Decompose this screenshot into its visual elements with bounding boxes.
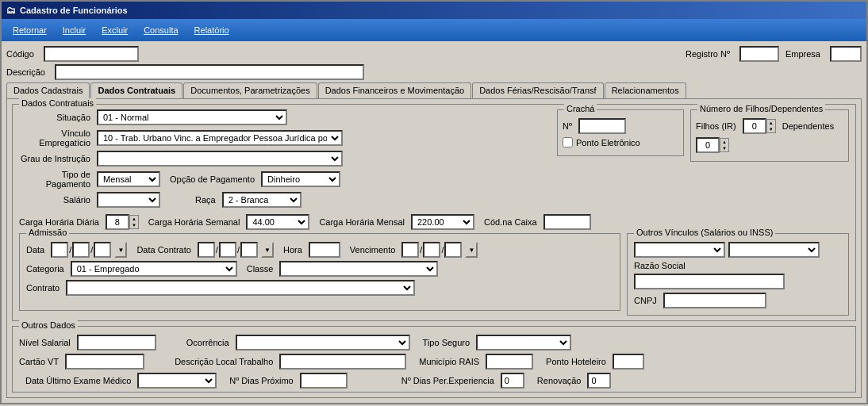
tab-documentos[interactable]: Documentos, Parametrizações [183, 82, 317, 98]
codigo-input[interactable] [44, 46, 139, 62]
ocorrencia-select[interactable] [236, 335, 410, 350]
tab-ferias[interactable]: Dados Férias/Rescisão/Transf [472, 82, 604, 98]
dias-experiencia-input[interactable] [501, 373, 524, 389]
descricao-label: Descrição [6, 67, 45, 77]
dependentes-spinner-btn[interactable]: ▲▼ [720, 138, 729, 152]
cartao-vt-input[interactable] [65, 354, 144, 370]
data-contrato-dia[interactable] [198, 242, 215, 258]
categoria-row: Categoria 01 - Empregado Classe [26, 261, 613, 277]
vinculo-label: Vínculo Empregatício [19, 128, 90, 147]
dependentes-label: Dependentes [782, 121, 834, 131]
carga-diaria-spinner: ▲▼ [106, 214, 139, 230]
nivel-salarial-input[interactable] [77, 335, 156, 350]
razao-social-input[interactable] [634, 274, 785, 289]
admissao-data-dropdown[interactable]: ▼ [114, 242, 127, 258]
filhos-ir-input[interactable] [743, 118, 766, 134]
grau-select[interactable] [97, 151, 343, 167]
desc-local-group: Descrição Local Trabalho [175, 354, 406, 370]
carga-mensal-select[interactable]: 220.00 [411, 214, 474, 230]
admissao-data-mes[interactable] [72, 242, 90, 258]
admissao-title: Admissão [26, 228, 69, 237]
cracha-no-input[interactable] [578, 118, 626, 134]
outros-dados-row1: Nível Salarial Ocorrência Tipo Seguro [19, 335, 849, 350]
admissao-vinculos-row: Admissão Data / / ▼ Data Contr [19, 233, 849, 316]
data-contrato-label: Data Contrato [136, 245, 190, 255]
contrato-select[interactable] [66, 280, 415, 296]
data-exame-select[interactable] [137, 373, 217, 389]
registro-input[interactable] [739, 46, 779, 62]
tab-dados-cadastrais[interactable]: Dados Cadastrais [6, 82, 90, 98]
carga-diaria-btn[interactable]: ▲▼ [129, 215, 139, 229]
dias-proximo-input[interactable] [300, 373, 348, 389]
filhos-ir-spinner-btn[interactable]: ▲▼ [766, 119, 776, 133]
hora-input[interactable] [309, 242, 340, 258]
desc-local-label: Descrição Local Trabalho [175, 357, 273, 366]
menu-consulta[interactable]: Consulta [137, 24, 184, 36]
cnpj-label: CNPJ [634, 296, 657, 305]
registro-label: Registro Nº [686, 49, 730, 59]
cracha-group: Crachá Nº Ponto Eletrônico [557, 109, 684, 156]
carga-diaria-label: Carga Horária Diária [19, 217, 99, 227]
filhos-row: Filhos (IR) ▲▼ Dependentes [696, 118, 843, 153]
razao-social-label: Razão Social [634, 261, 686, 270]
tipo-seguro-select[interactable] [476, 335, 571, 350]
descricao-input[interactable] [55, 64, 364, 80]
tab-relacionamentos[interactable]: Relacionamentos [605, 82, 686, 98]
opcao-pagamento-select[interactable]: DinheiroChequeDepósito [261, 171, 340, 187]
dados-contratuais-group: Dados Contratuais Situação 01 - Normal 0… [12, 104, 856, 321]
ponto-eletronico-checkbox[interactable] [563, 137, 573, 147]
tab-dados-contratuais[interactable]: Dados Contratuais [90, 82, 182, 98]
empresa-input[interactable]: 0001 [830, 46, 862, 62]
ocorrencia-group: Ocorrência [186, 335, 410, 350]
vencimento-dia[interactable] [401, 242, 419, 258]
categoria-select[interactable]: 01 - Empregado [71, 261, 237, 277]
salario-select[interactable] [97, 192, 160, 208]
carga-semanal-select[interactable]: 44.00 [246, 214, 309, 230]
data-contrato-ano[interactable] [240, 242, 258, 258]
admissao-data-row: Data / / ▼ Data Contrato [26, 242, 613, 258]
vencimento-mes[interactable] [423, 242, 440, 258]
tab-dados-financeiros[interactable]: Dados Financeiros e Movimentação [318, 82, 471, 98]
renovacao-group: Renovação [537, 373, 612, 389]
menu-relatorio[interactable]: Relatório [188, 24, 236, 36]
categoria-label: Categoria [26, 264, 64, 274]
admissao-data-dia[interactable] [51, 242, 68, 258]
outros-dados-row3: Data Último Exame Médico Nº Dias Próximo… [19, 373, 849, 389]
contrato-label: Contrato [26, 283, 60, 293]
cnpj-row: CNPJ [634, 293, 842, 308]
classe-select[interactable] [279, 261, 438, 277]
vinculo-select[interactable]: 10 - Trab. Urbano Vinc. a Empregador Pes… [97, 130, 343, 146]
renovacao-input[interactable] [587, 373, 611, 389]
data-contrato-dropdown[interactable]: ▼ [261, 242, 274, 258]
dependentes-input[interactable] [696, 137, 720, 153]
tipo-pagamento-select[interactable]: MensalQuinzenalSemanalDiárioHora [97, 171, 160, 187]
cod-caixa-input[interactable] [543, 214, 591, 230]
vencimento-dropdown[interactable]: ▼ [465, 242, 478, 258]
menu-incluir[interactable]: Incluir [56, 24, 92, 36]
ocorrencia-label: Ocorrência [186, 338, 229, 347]
contrato-row: Contrato [26, 280, 613, 296]
municipio-rais-input[interactable] [486, 354, 533, 370]
outros-vinculos-select1[interactable] [634, 242, 725, 258]
data-exame-group: Data Último Exame Médico [25, 373, 217, 389]
desc-local-input[interactable] [279, 354, 406, 370]
menu-retornar[interactable]: Retornar [6, 24, 53, 36]
cod-caixa-label: Cód.na Caixa [484, 217, 537, 227]
outros-vinculos-select2[interactable] [728, 242, 820, 258]
cartao-vt-label: Cartão VT [19, 357, 59, 366]
menu-excluir[interactable]: Excluir [95, 24, 134, 36]
main-panel: Dados Contratuais Situação 01 - Normal 0… [6, 98, 862, 398]
outros-dados-group: Outros Dados Nível Salarial Ocorrência T… [12, 326, 856, 393]
ponto-hoteleiro-input[interactable] [613, 354, 644, 370]
admissao-data-ano[interactable] [94, 242, 111, 258]
vencimento-ano[interactable] [444, 242, 462, 258]
renovacao-label: Renovação [537, 376, 582, 385]
tipo-pagamento-label: Tipo de Pagamento [19, 170, 90, 189]
data-contrato-mes[interactable] [219, 242, 236, 258]
carga-diaria-input[interactable] [106, 214, 129, 230]
situacao-select[interactable]: 01 - Normal 02 - Afastado 03 - Demitido [97, 109, 287, 125]
cnpj-input[interactable] [663, 293, 766, 308]
raca-select[interactable]: 1 - Indígena 2 - Branca 3 - Preta 4 - Am… [222, 192, 301, 208]
grau-row: Grau de Instrução [19, 151, 551, 167]
outros-vinculos-title: Outros Vínculos (Salários ou INSS) [634, 228, 775, 237]
